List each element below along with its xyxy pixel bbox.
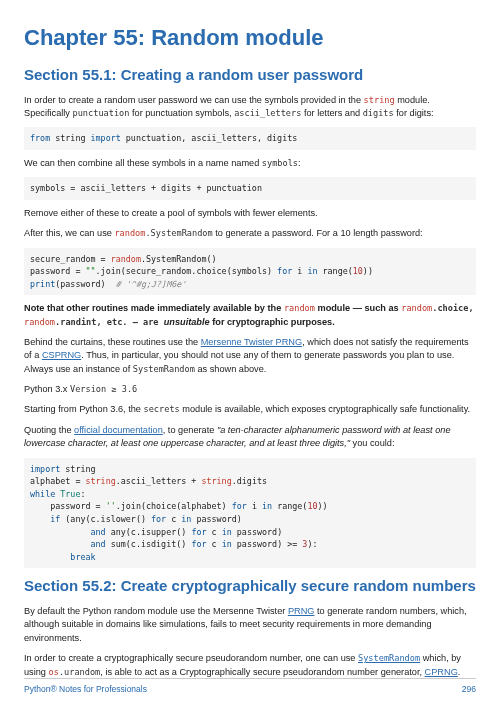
paragraph: Remove either of these to create a pool … [24, 207, 476, 220]
link-csprng[interactable]: CSPRNG [42, 350, 81, 360]
code-inline: random [401, 303, 432, 313]
code-inline: secrets [144, 404, 180, 414]
footer-left: Python® Notes for Professionals [24, 683, 147, 695]
paragraph: In order to create a random user passwor… [24, 94, 476, 121]
paragraph: By default the Python random module use … [24, 605, 476, 645]
paragraph: Starting from Python 3.6, the secrets mo… [24, 403, 476, 416]
chapter-title: Chapter 55: Random module [24, 22, 476, 54]
code-inline: random [24, 317, 55, 327]
note-paragraph: Note that other routines made immediatel… [24, 302, 476, 329]
code-block: from string import punctuation, ascii_le… [24, 127, 476, 150]
code-inline: digits [363, 108, 394, 118]
code-inline: symbols [262, 158, 298, 168]
code-inline: random [114, 228, 145, 238]
page-number: 296 [462, 683, 476, 695]
link-systemrandom[interactable]: SystemRandom [358, 653, 420, 663]
paragraph: Python 3.x Version ≥ 3.6 [24, 383, 476, 396]
code-inline: .urandom [59, 667, 100, 677]
section-2-title: Section 55.2: Create cryptographically s… [24, 575, 476, 597]
code-inline: punctuation [73, 108, 130, 118]
paragraph: After this, we can use random.SystemRand… [24, 227, 476, 240]
link-docs[interactable]: official documentation [74, 425, 163, 435]
code-inline: .SystemRandom [145, 228, 212, 238]
code-inline: string [364, 95, 395, 105]
code-inline: random [284, 303, 315, 313]
link-mersenne[interactable]: Mersenne Twister PRNG [201, 337, 302, 347]
paragraph: In order to create a cryptographically s… [24, 652, 476, 679]
page-footer: Python® Notes for Professionals 296 [24, 678, 476, 695]
link-cprng[interactable]: CPRNG [425, 667, 458, 677]
paragraph: Quoting the official documentation, to g… [24, 424, 476, 451]
version-badge: Version ≥ 3.6 [70, 384, 137, 394]
code-block: secure_random = random.SystemRandom() pa… [24, 248, 476, 296]
section-1-title: Section 55.1: Creating a random user pas… [24, 64, 476, 86]
code-inline: os [49, 667, 59, 677]
code-block: import string alphabet = string.ascii_le… [24, 458, 476, 569]
code-inline: SystemRandom [133, 364, 195, 374]
code-block: symbols = ascii_letters + digits + punct… [24, 177, 476, 200]
paragraph: Behind the curtains, these routines use … [24, 336, 476, 376]
paragraph: We can then combine all these symbols in… [24, 157, 476, 170]
link-prng[interactable]: PRNG [288, 606, 315, 616]
code-inline: ascii_letters [234, 108, 301, 118]
